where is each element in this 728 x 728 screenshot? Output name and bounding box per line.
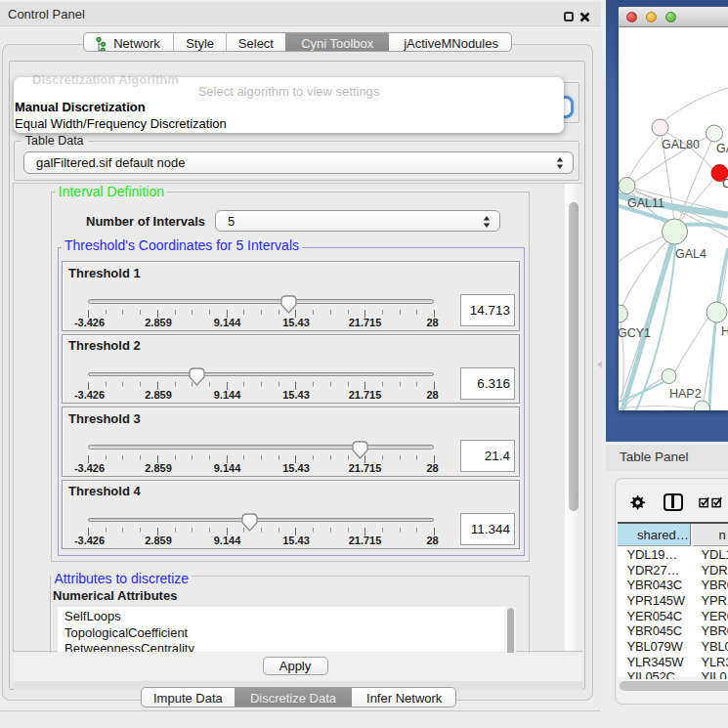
svg-text:C: C [722,177,728,191]
svg-text:GCY1: GCY1 [619,326,651,340]
svg-text:H: H [721,324,728,338]
svg-text:HAP2: HAP2 [669,387,702,401]
svg-text:GAL4: GAL4 [675,247,707,261]
svg-text:GAL11: GAL11 [627,196,664,210]
svg-text:GA: GA [716,142,728,155]
svg-text:GAL80: GAL80 [662,138,700,151]
